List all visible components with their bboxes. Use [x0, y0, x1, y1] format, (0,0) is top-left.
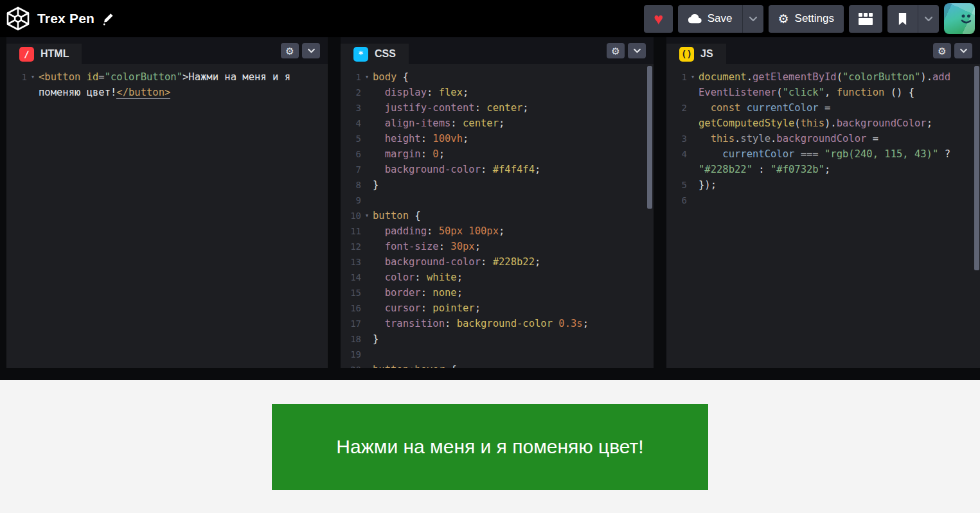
css-editor-header: * CSS ⚙ — [341, 37, 654, 64]
chevron-down-icon — [924, 16, 933, 22]
save-button[interactable]: Save — [678, 5, 742, 33]
code-line: 14 color: white; — [341, 270, 654, 285]
bookmark-button[interactable] — [887, 5, 918, 33]
html-editor-panel: / HTML ⚙ 1▾<button id="colorButton">Нажм… — [6, 37, 328, 368]
html-code-editor[interactable]: 1▾<button id="colorButton">Нажми на меня… — [6, 64, 328, 100]
save-label: Save — [708, 12, 733, 25]
like-button[interactable]: ♥ — [644, 5, 673, 33]
code-line: 2 const currentColor = — [666, 100, 980, 116]
user-avatar[interactable] — [944, 3, 975, 34]
chevron-down-icon — [633, 48, 641, 53]
cloud-icon — [688, 13, 702, 24]
change-view-button[interactable] — [849, 5, 882, 33]
fold-gutter — [361, 100, 373, 116]
preview-pane: Нажми на меня и я поменяю цвет! — [0, 380, 980, 513]
fold-gutter — [361, 131, 373, 146]
html-settings-button[interactable]: ⚙ — [281, 43, 299, 58]
fold-gutter — [361, 85, 373, 100]
fold-gutter — [361, 193, 373, 208]
html-icon: / — [19, 47, 34, 62]
tab-js[interactable]: () JS — [666, 44, 726, 64]
collection-button-group — [887, 5, 939, 33]
code-line: 6 margin: 0; — [341, 146, 654, 162]
code-line: getComputedStyle(this).backgroundColor; — [666, 116, 980, 131]
js-scrollbar-thumb[interactable] — [974, 66, 979, 270]
code-line: 15 border: none; — [341, 285, 654, 300]
chevron-down-icon — [959, 48, 968, 53]
gear-icon: ⚙ — [938, 46, 946, 56]
css-code-editor[interactable]: 1▾body {2 display: flex;3 justify-conten… — [341, 64, 654, 368]
fold-gutter — [687, 131, 699, 146]
code-line: 3 justify-content: center; — [341, 100, 654, 116]
fold-gutter — [687, 85, 699, 100]
css-collapse-button[interactable] — [628, 43, 646, 58]
code-line: "#228b22" : "#f0732b"; — [666, 162, 980, 177]
tab-html[interactable]: / HTML — [6, 44, 82, 64]
fold-gutter — [361, 331, 373, 347]
preview-color-button[interactable]: Нажми на меня и я поменяю цвет! — [272, 404, 708, 490]
fold-gutter — [687, 177, 699, 193]
js-collapse-button[interactable] — [954, 43, 972, 58]
save-options-caret[interactable] — [742, 5, 763, 33]
code-line: 9 — [341, 193, 654, 208]
code-line: EventListener("click", function () { — [666, 85, 980, 100]
tab-css[interactable]: * CSS — [341, 44, 409, 64]
code-line: 20▾button:hover { — [341, 362, 654, 368]
code-line: 2 display: flex; — [341, 85, 654, 100]
code-line: 10▾button { — [341, 208, 654, 223]
fold-gutter — [687, 116, 699, 131]
code-line: 6 — [666, 193, 980, 208]
fold-arrow-icon[interactable]: ▾ — [361, 362, 373, 368]
chevron-down-icon — [749, 16, 758, 22]
codepen-logo-icon[interactable] — [5, 6, 31, 31]
layout-view-icon — [859, 13, 873, 25]
js-icon: () — [679, 47, 694, 62]
tab-label: CSS — [375, 48, 396, 60]
fold-arrow-icon[interactable]: ▾ — [361, 208, 373, 223]
code-line: 1▾body { — [341, 69, 654, 85]
settings-button[interactable]: ⚙ Settings — [769, 5, 844, 33]
tab-label: HTML — [40, 48, 69, 60]
html-editor-header: / HTML ⚙ — [6, 37, 328, 64]
js-settings-button[interactable]: ⚙ — [933, 43, 951, 58]
fold-gutter — [361, 116, 373, 131]
fold-arrow-icon[interactable]: ▾ — [27, 69, 39, 85]
html-collapse-button[interactable] — [302, 43, 320, 58]
edit-title-pencil-icon[interactable] — [102, 12, 115, 26]
code-line: 16 cursor: pointer; — [341, 300, 654, 316]
app-header: Trex Pen ♥ Save — [0, 0, 980, 37]
code-line: 13 background-color: #228b22; — [341, 254, 654, 270]
avatar-smiley-icon — [944, 3, 975, 34]
js-editor-panel: () JS ⚙ 1▾document.getElementById("color… — [666, 37, 980, 368]
bookmark-options-caret[interactable] — [918, 5, 939, 33]
codepen-editor-page: Trex Pen ♥ Save — [0, 0, 980, 513]
bookmark-icon — [897, 12, 908, 26]
code-line: 1▾<button id="colorButton">Нажми на меня… — [6, 69, 328, 85]
css-scrollbar-thumb[interactable] — [647, 66, 652, 209]
fold-arrow-icon[interactable]: ▾ — [687, 69, 699, 85]
css-settings-button[interactable]: ⚙ — [607, 43, 625, 58]
save-button-group: Save — [678, 5, 763, 33]
gear-icon: ⚙ — [285, 46, 294, 56]
fold-gutter — [27, 85, 39, 100]
js-code-editor[interactable]: 1▾document.getElementById("colorButton")… — [666, 64, 980, 208]
code-line: 3 this.style.backgroundColor = — [666, 131, 980, 146]
chevron-down-icon — [307, 48, 316, 53]
fold-arrow-icon[interactable]: ▾ — [361, 69, 373, 85]
gear-icon: ⚙ — [611, 46, 619, 56]
code-line: 19 — [341, 347, 654, 362]
editors-region: / HTML ⚙ 1▾<button id="colorButton">Нажм… — [0, 37, 980, 380]
code-line: поменяю цвет!</button> — [6, 85, 328, 100]
fold-gutter — [361, 254, 373, 270]
fold-gutter — [361, 162, 373, 177]
heart-icon: ♥ — [654, 11, 663, 27]
fold-gutter — [361, 300, 373, 316]
code-line: 4 currentColor === "rgb(240, 115, 43)" ? — [666, 146, 980, 162]
settings-label: Settings — [795, 12, 834, 25]
css-icon: * — [353, 47, 368, 62]
fold-gutter — [361, 316, 373, 331]
code-line: 17 transition: background-color 0.3s; — [341, 316, 654, 331]
js-editor-header: () JS ⚙ — [666, 37, 980, 64]
fold-gutter — [687, 100, 699, 116]
code-line: 4 align-items: center; — [341, 116, 654, 131]
